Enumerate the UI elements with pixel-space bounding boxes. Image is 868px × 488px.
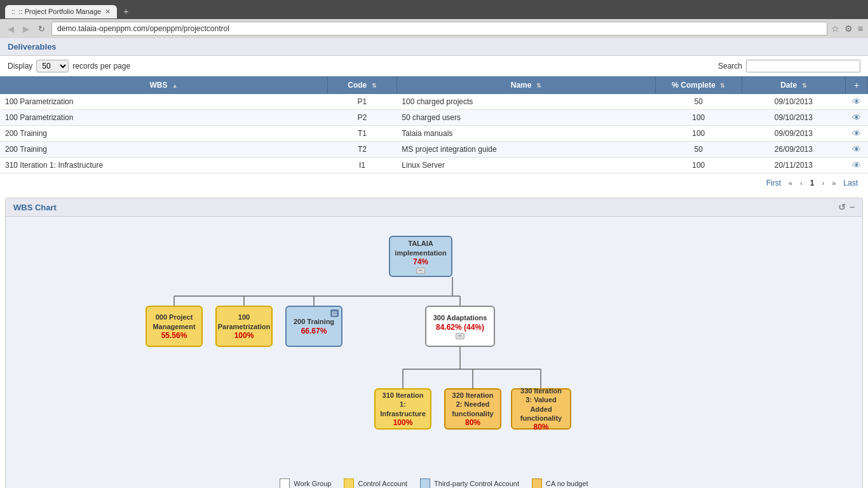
menu-icon[interactable]: ≡ — [858, 24, 863, 34]
name-sort-icon[interactable]: ⇅ — [536, 83, 541, 89]
col-header-name[interactable]: Name ⇅ — [397, 76, 655, 94]
pct-sort-icon[interactable]: ⇅ — [720, 83, 725, 89]
view-icon[interactable]: 👁 — [852, 112, 861, 123]
cell-wbs: 310 Iteration 1: Infrastructure — [0, 158, 328, 173]
address-bar[interactable] — [51, 22, 827, 36]
chart-node-training[interactable]: 200 Training 66.67% ▤ — [285, 306, 342, 347]
pagination-next[interactable]: › — [820, 178, 827, 188]
legend-third-party: Third-party Control Account — [420, 478, 519, 488]
legend-work-group-label: Work Group — [294, 480, 331, 487]
wbs-chart-title: WBS Chart — [13, 203, 57, 212]
chart-node-adapt[interactable]: 300 Adaptations 84.62% (44%) − — [425, 306, 495, 347]
col-header-date[interactable]: Date ⇅ — [742, 76, 845, 94]
training-title: 200 Training — [294, 317, 334, 326]
search-label: Search — [718, 62, 742, 71]
cell-pct: 100 — [655, 126, 742, 142]
cell-code: P1 — [328, 94, 397, 110]
col-header-action[interactable]: + — [845, 76, 867, 94]
back-button[interactable]: ◀ — [5, 23, 17, 35]
view-icon[interactable]: 👁 — [852, 128, 861, 139]
cell-pct: 50 — [655, 94, 742, 110]
table-row: 100 Parametrization P2 50 charged users … — [0, 110, 868, 126]
wbs-refresh-icon[interactable]: ↺ — [838, 202, 846, 212]
root-collapse-btn[interactable]: − — [416, 268, 425, 274]
cell-action: 👁 — [845, 94, 867, 110]
browser-tab[interactable]: :: :: Project Portfolio Manage ✕ — [5, 5, 117, 18]
tab-close-button[interactable]: ✕ — [105, 8, 111, 16]
pagination-prev[interactable]: ‹ — [797, 178, 805, 188]
root-pct: 74% — [413, 257, 428, 266]
new-tab-button[interactable]: + — [121, 4, 131, 19]
iter3-pct: 80% — [533, 423, 548, 431]
date-sort-icon[interactable]: ⇅ — [802, 83, 807, 89]
deliverables-table: WBS ▲ Code ⇅ Name ⇅ % Complete ⇅ Date — [0, 76, 868, 173]
legend-ca-no-budget-label: CA no budget — [546, 480, 588, 487]
view-icon[interactable]: 👁 — [852, 97, 861, 107]
pagination-first[interactable]: First — [764, 177, 783, 189]
legend-work-group: Work Group — [280, 478, 331, 488]
cell-code: T1 — [328, 126, 397, 142]
bookmark-icon[interactable]: ☆ — [831, 24, 839, 34]
iter3-title: 330 Iteration 3: Valued Added functional… — [517, 386, 565, 423]
add-deliverable-button[interactable]: + — [851, 79, 862, 91]
param-pct: 100% — [234, 331, 254, 340]
extensions-icon[interactable]: ⚙ — [844, 24, 853, 34]
pagination-prev-skip[interactable]: « — [786, 178, 795, 188]
chart-node-pm[interactable]: 000 Project Management 55.56% — [146, 306, 203, 347]
cell-date: 09/10/2013 — [742, 94, 845, 110]
wbs-collapse-icon[interactable]: − — [850, 202, 855, 212]
chart-node-iter2[interactable]: 320 Iteration 2: Needed functionality 80… — [444, 388, 501, 430]
table-row: 100 Parametrization P1 100 charged proje… — [0, 94, 868, 110]
browser-chrome: :: :: Project Portfolio Manage ✕ + — [0, 0, 868, 19]
cell-wbs: 200 Training — [0, 142, 328, 158]
chart-node-iter1[interactable]: 310 Iteration 1: Infrastructure 100% — [374, 388, 431, 430]
legend-control-account-box — [344, 478, 354, 488]
cell-pct: 100 — [655, 110, 742, 126]
adapt-title: 300 Adaptations — [433, 313, 487, 322]
code-sort-icon[interactable]: ⇅ — [372, 83, 377, 89]
tab-title: :: Project Portfolio Manage — [19, 8, 102, 15]
adapt-collapse-btn[interactable]: − — [456, 333, 465, 339]
pagination-current: 1 — [808, 177, 817, 189]
cell-name: 100 charged projects — [397, 94, 655, 110]
cell-code: I1 — [328, 158, 397, 173]
col-header-code[interactable]: Code ⇅ — [328, 76, 397, 94]
deliverables-section-header: Deliverables — [0, 38, 868, 56]
view-icon[interactable]: 👁 — [852, 144, 861, 154]
pagination-last[interactable]: Last — [841, 177, 860, 189]
chart-node-root[interactable]: TALAIA implementation 74% − — [389, 236, 452, 277]
cell-name: 50 charged users — [397, 110, 655, 126]
records-per-page-label: records per page — [72, 62, 130, 71]
cell-wbs: 100 Parametrization — [0, 110, 328, 126]
table-controls: Display 50 25 100 records per page Searc… — [0, 56, 868, 76]
cell-date: 09/09/2013 — [742, 126, 845, 142]
table-row: 310 Iteration 1: Infrastructure I1 Linux… — [0, 158, 868, 173]
pm-pct: 55.56% — [161, 331, 187, 340]
page-content: Deliverables Display 50 25 100 records p… — [0, 38, 868, 488]
param-title: 100 Parametrization — [218, 313, 271, 331]
wbs-sort-icon[interactable]: ▲ — [172, 83, 178, 89]
col-header-wbs[interactable]: WBS ▲ — [0, 76, 328, 94]
legend-work-group-box — [280, 478, 290, 488]
pagination-next-skip[interactable]: » — [829, 178, 838, 188]
cell-action: 👁 — [845, 110, 867, 126]
display-label: Display — [8, 62, 32, 71]
col-header-pct[interactable]: % Complete ⇅ — [655, 76, 742, 94]
cell-date: 09/10/2013 — [742, 110, 845, 126]
iter2-title: 320 Iteration 2: Needed functionality — [451, 391, 495, 418]
legend-third-party-label: Third-party Control Account — [434, 480, 519, 487]
wbs-chart-header: WBS Chart ↺ − — [6, 198, 862, 217]
tab-favicon: :: — [11, 8, 15, 15]
cell-pct: 100 — [655, 158, 742, 173]
search-input[interactable] — [746, 60, 860, 72]
per-page-select[interactable]: 50 25 100 — [36, 60, 69, 72]
table-row: 200 Training T1 Talaia manuals 100 09/09… — [0, 126, 868, 142]
view-icon[interactable]: 👁 — [852, 160, 861, 170]
chart-node-iter3[interactable]: 330 Iteration 3: Valued Added functional… — [511, 388, 571, 430]
forward-button[interactable]: ▶ — [20, 23, 32, 35]
chart-node-param[interactable]: 100 Parametrization 100% — [215, 306, 273, 347]
cell-action: 👁 — [845, 158, 867, 173]
cell-pct: 50 — [655, 142, 742, 158]
cell-date: 26/09/2013 — [742, 142, 845, 158]
reload-button[interactable]: ↻ — [36, 23, 48, 35]
